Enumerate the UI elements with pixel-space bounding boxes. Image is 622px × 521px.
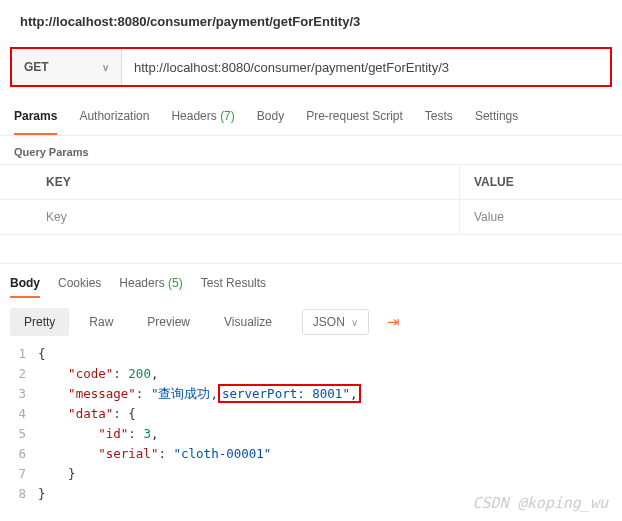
request-bar: GET ∨ http://localhost:8080/consumer/pay… bbox=[10, 47, 612, 87]
chevron-down-icon: ∨ bbox=[351, 317, 358, 328]
query-params-table: KEY VALUE Key Value bbox=[0, 164, 622, 235]
resp-tab-body[interactable]: Body bbox=[10, 272, 40, 298]
key-input[interactable]: Key bbox=[0, 200, 460, 234]
tab-headers-label: Headers bbox=[171, 109, 216, 123]
chevron-down-icon: ∨ bbox=[102, 62, 109, 73]
msg-highlight: serverPort: 8001 bbox=[222, 386, 342, 401]
msg-prefix: 查询成功, bbox=[158, 386, 218, 401]
format-label: JSON bbox=[313, 315, 345, 329]
method-label: GET bbox=[24, 60, 49, 74]
tab-settings[interactable]: Settings bbox=[475, 101, 518, 135]
value-input[interactable]: Value bbox=[460, 200, 622, 234]
table-header-row: KEY VALUE bbox=[0, 165, 622, 200]
key-header: KEY bbox=[0, 165, 460, 199]
resp-headers-count: (5) bbox=[168, 276, 183, 290]
view-visualize[interactable]: Visualize bbox=[210, 308, 286, 336]
response-tabs: Body Cookies Headers (5) Test Results bbox=[0, 263, 622, 308]
tab-headers-count: (7) bbox=[220, 109, 235, 123]
resp-tab-cookies[interactable]: Cookies bbox=[58, 272, 101, 298]
query-params-title: Query Params bbox=[0, 136, 622, 164]
resp-tab-headers[interactable]: Headers (5) bbox=[119, 272, 182, 298]
format-select[interactable]: JSON ∨ bbox=[302, 309, 369, 335]
url-input[interactable]: http://localhost:8080/consumer/payment/g… bbox=[122, 49, 610, 85]
value-header: VALUE bbox=[460, 165, 622, 199]
tab-headers[interactable]: Headers (7) bbox=[171, 101, 234, 135]
table-row: Key Value bbox=[0, 200, 622, 235]
data-id: 3 bbox=[143, 426, 151, 441]
response-body: 1{ 2 "code": 200, 3 "message": "查询成功,ser… bbox=[0, 344, 622, 518]
view-preview[interactable]: Preview bbox=[133, 308, 204, 336]
data-serial: cloth-00001 bbox=[181, 446, 264, 461]
request-tabs: Params Authorization Headers (7) Body Pr… bbox=[0, 101, 622, 136]
code-value: 200 bbox=[128, 366, 151, 381]
tab-authorization[interactable]: Authorization bbox=[79, 101, 149, 135]
view-raw[interactable]: Raw bbox=[75, 308, 127, 336]
tab-body[interactable]: Body bbox=[257, 101, 284, 135]
watermark: CSDN @koping_wu bbox=[473, 494, 608, 512]
method-select[interactable]: GET ∨ bbox=[12, 49, 122, 85]
tab-prerequest[interactable]: Pre-request Script bbox=[306, 101, 403, 135]
view-pretty[interactable]: Pretty bbox=[10, 308, 69, 336]
resp-tab-testresults[interactable]: Test Results bbox=[201, 272, 266, 298]
tab-tests[interactable]: Tests bbox=[425, 101, 453, 135]
tab-params[interactable]: Params bbox=[14, 101, 57, 135]
resp-headers-label: Headers bbox=[119, 276, 164, 290]
view-bar: Pretty Raw Preview Visualize JSON ∨ ⇥ bbox=[0, 308, 622, 344]
page-title: http://localhost:8080/consumer/payment/g… bbox=[0, 0, 622, 47]
wrap-icon[interactable]: ⇥ bbox=[379, 309, 408, 335]
